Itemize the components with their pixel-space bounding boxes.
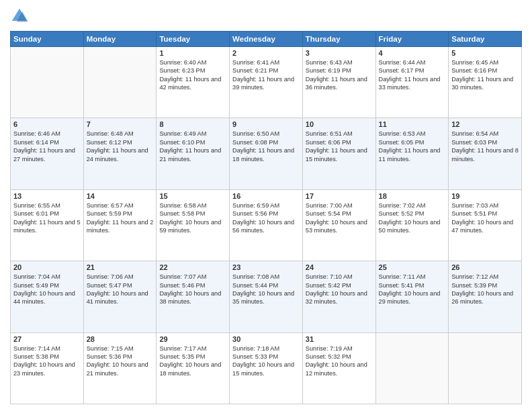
cell-details: Sunrise: 7:14 AM Sunset: 5:38 PM Dayligh… (13, 345, 81, 378)
cell-details: Sunrise: 6:51 AM Sunset: 6:06 PM Dayligh… (306, 130, 373, 163)
calendar-cell: 4Sunrise: 6:44 AM Sunset: 6:17 PM Daylig… (375, 47, 449, 118)
calendar-header-row: SundayMondayTuesdayWednesdayThursdayFrid… (11, 32, 522, 47)
cell-details: Sunrise: 6:50 AM Sunset: 6:08 PM Dayligh… (232, 130, 300, 163)
calendar-cell: 5Sunrise: 6:45 AM Sunset: 6:16 PM Daylig… (449, 47, 522, 118)
day-number: 12 (451, 120, 519, 128)
cell-details: Sunrise: 6:53 AM Sunset: 6:05 PM Dayligh… (379, 130, 446, 163)
calendar-cell: 22Sunrise: 7:07 AM Sunset: 5:46 PM Dayli… (157, 261, 230, 332)
calendar-cell: 8Sunrise: 6:49 AM Sunset: 6:10 PM Daylig… (157, 118, 230, 189)
calendar-cell: 17Sunrise: 7:00 AM Sunset: 5:54 PM Dayli… (302, 189, 375, 261)
cell-details: Sunrise: 6:46 AM Sunset: 6:14 PM Dayligh… (13, 130, 81, 163)
cell-details: Sunrise: 7:18 AM Sunset: 5:33 PM Dayligh… (232, 345, 300, 378)
cell-details: Sunrise: 6:54 AM Sunset: 6:03 PM Dayligh… (451, 130, 519, 163)
day-header-monday: Monday (83, 32, 157, 47)
calendar-week-1: 1Sunrise: 6:40 AM Sunset: 6:23 PM Daylig… (11, 47, 522, 118)
day-number: 15 (159, 192, 226, 200)
calendar-cell: 27Sunrise: 7:14 AM Sunset: 5:38 PM Dayli… (11, 332, 84, 404)
logo-icon (10, 7, 29, 26)
calendar-cell: 28Sunrise: 7:15 AM Sunset: 5:36 PM Dayli… (83, 332, 157, 404)
calendar-cell: 11Sunrise: 6:53 AM Sunset: 6:05 PM Dayli… (375, 118, 449, 189)
calendar-cell: 9Sunrise: 6:50 AM Sunset: 6:08 PM Daylig… (230, 118, 303, 189)
calendar-cell (11, 47, 84, 118)
day-number: 4 (379, 49, 446, 57)
cell-details: Sunrise: 7:11 AM Sunset: 5:41 PM Dayligh… (379, 273, 446, 306)
cell-details: Sunrise: 7:19 AM Sunset: 5:32 PM Dayligh… (306, 345, 373, 378)
cell-details: Sunrise: 7:02 AM Sunset: 5:52 PM Dayligh… (379, 201, 446, 235)
day-number: 17 (306, 192, 373, 200)
calendar-cell: 16Sunrise: 6:59 AM Sunset: 5:56 PM Dayli… (230, 189, 303, 261)
day-header-sunday: Sunday (11, 32, 84, 47)
cell-details: Sunrise: 7:06 AM Sunset: 5:47 PM Dayligh… (87, 273, 154, 306)
day-number: 6 (13, 120, 81, 128)
calendar-cell: 20Sunrise: 7:04 AM Sunset: 5:49 PM Dayli… (11, 261, 84, 332)
cell-details: Sunrise: 7:07 AM Sunset: 5:46 PM Dayligh… (159, 273, 226, 306)
day-number: 27 (13, 335, 81, 343)
calendar-cell: 7Sunrise: 6:48 AM Sunset: 6:12 PM Daylig… (83, 118, 157, 189)
cell-details: Sunrise: 6:43 AM Sunset: 6:19 PM Dayligh… (306, 58, 373, 92)
calendar-cell: 6Sunrise: 6:46 AM Sunset: 6:14 PM Daylig… (11, 118, 84, 189)
calendar-cell: 24Sunrise: 7:10 AM Sunset: 5:42 PM Dayli… (302, 261, 375, 332)
day-number: 31 (306, 335, 373, 343)
logo (10, 7, 32, 26)
day-number: 26 (451, 263, 519, 271)
day-number: 22 (159, 263, 226, 271)
calendar-cell: 14Sunrise: 6:57 AM Sunset: 5:59 PM Dayli… (83, 189, 157, 261)
day-number: 5 (451, 49, 519, 57)
day-number: 11 (379, 120, 446, 128)
calendar-cell: 26Sunrise: 7:12 AM Sunset: 5:39 PM Dayli… (449, 261, 522, 332)
cell-details: Sunrise: 6:59 AM Sunset: 5:56 PM Dayligh… (232, 201, 300, 235)
calendar-cell: 19Sunrise: 7:03 AM Sunset: 5:51 PM Dayli… (449, 189, 522, 261)
day-header-tuesday: Tuesday (157, 32, 230, 47)
day-number: 20 (13, 263, 81, 271)
day-number: 2 (232, 49, 300, 57)
cell-details: Sunrise: 6:49 AM Sunset: 6:10 PM Dayligh… (159, 130, 226, 163)
calendar-cell: 31Sunrise: 7:19 AM Sunset: 5:32 PM Dayli… (302, 332, 375, 404)
calendar-cell: 30Sunrise: 7:18 AM Sunset: 5:33 PM Dayli… (230, 332, 303, 404)
day-header-saturday: Saturday (449, 32, 522, 47)
calendar-cell: 12Sunrise: 6:54 AM Sunset: 6:03 PM Dayli… (449, 118, 522, 189)
day-number: 16 (232, 192, 300, 200)
day-number: 13 (13, 192, 81, 200)
day-header-friday: Friday (375, 32, 449, 47)
page: SundayMondayTuesdayWednesdayThursdayFrid… (0, 0, 532, 411)
calendar-week-4: 20Sunrise: 7:04 AM Sunset: 5:49 PM Dayli… (11, 261, 522, 332)
cell-details: Sunrise: 6:41 AM Sunset: 6:21 PM Dayligh… (232, 58, 300, 92)
day-number: 25 (379, 263, 446, 271)
calendar-week-3: 13Sunrise: 6:55 AM Sunset: 6:01 PM Dayli… (11, 189, 522, 261)
day-number: 3 (306, 49, 373, 57)
day-header-wednesday: Wednesday (230, 32, 303, 47)
calendar-cell: 23Sunrise: 7:08 AM Sunset: 5:44 PM Dayli… (230, 261, 303, 332)
day-number: 14 (87, 192, 154, 200)
calendar-cell (83, 47, 157, 118)
cell-details: Sunrise: 6:57 AM Sunset: 5:59 PM Dayligh… (87, 201, 154, 235)
cell-details: Sunrise: 6:44 AM Sunset: 6:17 PM Dayligh… (379, 58, 446, 92)
calendar-cell: 10Sunrise: 6:51 AM Sunset: 6:06 PM Dayli… (302, 118, 375, 189)
calendar-cell: 1Sunrise: 6:40 AM Sunset: 6:23 PM Daylig… (157, 47, 230, 118)
cell-details: Sunrise: 6:55 AM Sunset: 6:01 PM Dayligh… (13, 201, 81, 235)
cell-details: Sunrise: 6:45 AM Sunset: 6:16 PM Dayligh… (451, 58, 519, 92)
cell-details: Sunrise: 7:10 AM Sunset: 5:42 PM Dayligh… (306, 273, 373, 306)
cell-details: Sunrise: 7:15 AM Sunset: 5:36 PM Dayligh… (87, 345, 154, 378)
cell-details: Sunrise: 6:40 AM Sunset: 6:23 PM Dayligh… (159, 58, 226, 92)
cell-details: Sunrise: 7:08 AM Sunset: 5:44 PM Dayligh… (232, 273, 300, 306)
day-number: 19 (451, 192, 519, 200)
day-number: 10 (306, 120, 373, 128)
calendar-cell: 3Sunrise: 6:43 AM Sunset: 6:19 PM Daylig… (302, 47, 375, 118)
day-number: 9 (232, 120, 300, 128)
calendar-cell: 18Sunrise: 7:02 AM Sunset: 5:52 PM Dayli… (375, 189, 449, 261)
calendar-cell: 15Sunrise: 6:58 AM Sunset: 5:58 PM Dayli… (157, 189, 230, 261)
cell-details: Sunrise: 7:12 AM Sunset: 5:39 PM Dayligh… (451, 273, 519, 306)
day-header-thursday: Thursday (302, 32, 375, 47)
header (10, 7, 522, 26)
day-number: 28 (87, 335, 154, 343)
cell-details: Sunrise: 7:03 AM Sunset: 5:51 PM Dayligh… (451, 201, 519, 235)
cell-details: Sunrise: 7:17 AM Sunset: 5:35 PM Dayligh… (159, 345, 226, 378)
cell-details: Sunrise: 7:04 AM Sunset: 5:49 PM Dayligh… (13, 273, 81, 306)
day-number: 29 (159, 335, 226, 343)
day-number: 1 (159, 49, 226, 57)
calendar-cell: 29Sunrise: 7:17 AM Sunset: 5:35 PM Dayli… (157, 332, 230, 404)
cell-details: Sunrise: 6:48 AM Sunset: 6:12 PM Dayligh… (87, 130, 154, 163)
cell-details: Sunrise: 7:00 AM Sunset: 5:54 PM Dayligh… (306, 201, 373, 235)
calendar-cell: 13Sunrise: 6:55 AM Sunset: 6:01 PM Dayli… (11, 189, 84, 261)
day-number: 23 (232, 263, 300, 271)
